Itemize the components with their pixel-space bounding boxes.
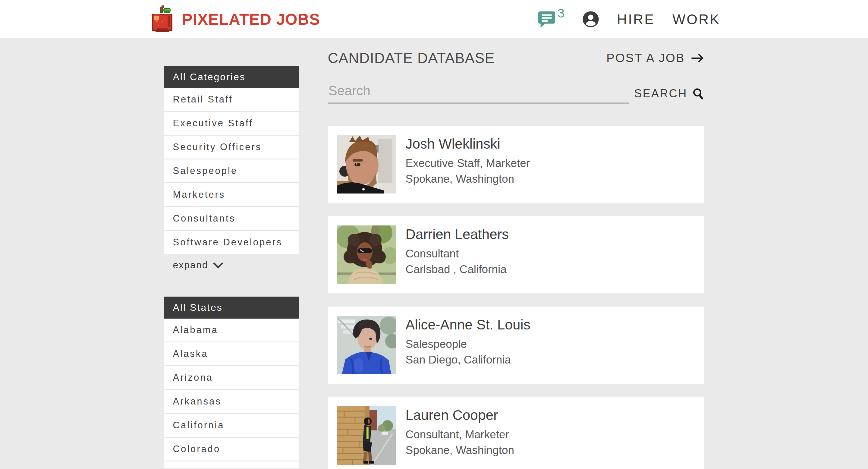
category-item-software-developers[interactable]: Software Developers xyxy=(164,230,299,254)
content-area: All Categories Retail Staff Executive St… xyxy=(164,38,704,469)
candidate-location: Spokane, Washington xyxy=(406,442,515,458)
candidate-card-alice-anne-st-louis[interactable]: Alice-Anne St. Louis Salespeople San Die… xyxy=(328,307,704,384)
search-button[interactable]: SEARCH xyxy=(634,87,704,104)
candidate-location: Carlsbad , California xyxy=(406,262,509,277)
candidate-roles: Executive Staff, Marketer xyxy=(406,156,530,171)
candidate-card-darrien-leathers[interactable]: Darrien Leathers Consultant Carlsbad , C… xyxy=(328,216,704,293)
category-item-retail-staff[interactable]: Retail Staff xyxy=(164,88,299,111)
search-button-label: SEARCH xyxy=(634,87,687,100)
candidate-location: San Diego, California xyxy=(406,352,530,368)
post-a-job-link[interactable]: POST A JOB xyxy=(607,51,704,65)
top-header: PIXELATED JOBS 3 HIRE WORK xyxy=(0,0,868,38)
search-icon xyxy=(692,87,704,100)
categories-filter-block: All Categories Retail Staff Executive St… xyxy=(164,66,299,276)
category-item-executive-staff[interactable]: Executive Staff xyxy=(164,111,299,135)
state-item-california[interactable]: California xyxy=(164,413,299,437)
brand-name: PIXELATED JOBS xyxy=(182,10,320,28)
nav-hire-link[interactable]: HIRE xyxy=(617,11,655,27)
state-item-colorado[interactable]: Colorado xyxy=(164,437,299,461)
expand-categories-button[interactable]: expand xyxy=(164,254,299,276)
state-item-alaska[interactable]: Alaska xyxy=(164,342,299,365)
expand-label: expand xyxy=(173,259,208,271)
search-bar: SEARCH xyxy=(328,83,704,104)
filter-all-states[interactable]: All States xyxy=(164,296,299,319)
category-item-marketers[interactable]: Marketers xyxy=(164,182,299,206)
candidate-photo xyxy=(337,316,396,374)
category-item-consultants[interactable]: Consultants xyxy=(164,206,299,230)
candidate-photo xyxy=(337,135,396,193)
state-item-partial[interactable] xyxy=(164,461,299,468)
arrow-right-icon xyxy=(690,53,704,63)
account-icon xyxy=(582,10,599,28)
candidate-roles: Salespeople xyxy=(406,336,530,352)
candidate-card-josh-wleklinski[interactable]: Josh Wleklinski Executive Staff, Markete… xyxy=(328,126,704,203)
filters-sidebar: All Categories Retail Staff Executive St… xyxy=(164,66,299,469)
candidate-photo xyxy=(337,225,396,284)
category-item-salespeople[interactable]: Salespeople xyxy=(164,159,299,182)
state-item-arkansas[interactable]: Arkansas xyxy=(164,389,299,413)
candidate-photo xyxy=(337,406,396,465)
candidate-location: Spokane, Washington xyxy=(406,171,530,187)
candidate-name: Josh Wleklinski xyxy=(406,135,530,153)
filter-all-categories[interactable]: All Categories xyxy=(164,66,299,88)
nav-work-link[interactable]: WORK xyxy=(673,11,720,27)
candidate-roles: Consultant, Marketer xyxy=(406,427,515,442)
state-item-alabama[interactable]: Alabama xyxy=(164,319,299,342)
candidate-name: Alice-Anne St. Louis xyxy=(406,316,530,333)
apple-logo-icon xyxy=(150,5,175,33)
category-item-security-officers[interactable]: Security Officers xyxy=(164,135,299,159)
brand-logo[interactable]: PIXELATED JOBS xyxy=(150,5,320,33)
candidate-list: Josh Wleklinski Executive Staff, Markete… xyxy=(328,126,704,469)
chevron-down-icon xyxy=(213,262,224,269)
categories-list: Retail Staff Executive Staff Security Of… xyxy=(164,88,299,254)
page-title: CANDIDATE DATABASE xyxy=(328,50,495,66)
post-a-job-label: POST A JOB xyxy=(607,51,685,65)
messages-count-badge: 3 xyxy=(558,6,564,21)
states-filter-block: All States Alabama Alaska Arizona Arkans… xyxy=(164,296,299,468)
search-input[interactable] xyxy=(328,83,629,104)
candidate-roles: Consultant xyxy=(406,246,509,262)
account-button[interactable] xyxy=(582,10,599,28)
states-list: Alabama Alaska Arizona Arkansas Californ… xyxy=(164,319,299,468)
candidate-database-panel: CANDIDATE DATABASE POST A JOB SEARCH xyxy=(328,38,704,469)
state-item-arizona[interactable]: Arizona xyxy=(164,365,299,389)
candidate-card-lauren-cooper[interactable]: Lauren Cooper Consultant, Marketer Spoka… xyxy=(328,397,704,469)
messages-button[interactable]: 3 xyxy=(537,10,564,28)
header-nav: 3 HIRE WORK xyxy=(537,10,720,28)
candidate-name: Lauren Cooper xyxy=(406,406,515,424)
chat-icon xyxy=(537,10,557,28)
candidate-name: Darrien Leathers xyxy=(406,225,509,243)
